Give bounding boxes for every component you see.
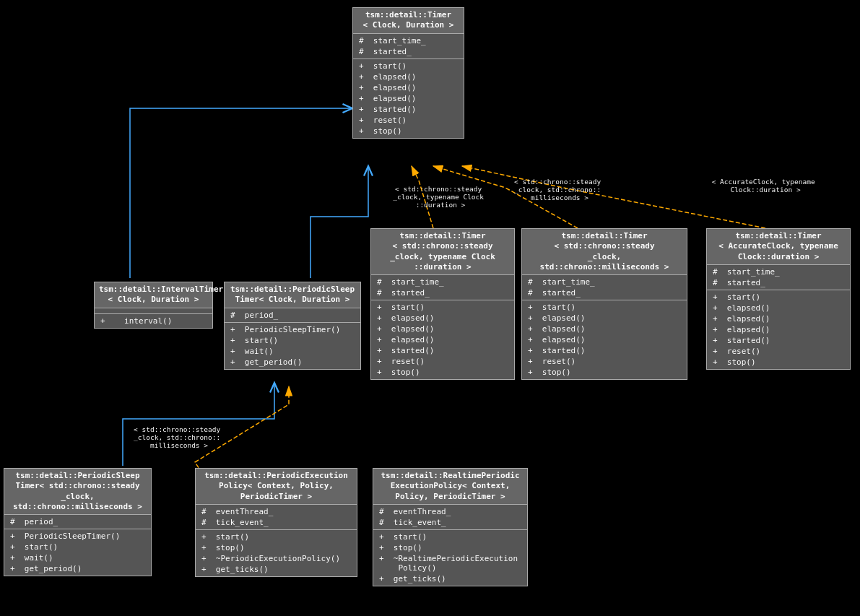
periodic-sleep-timer-steady-ms-methods: + PeriodicSleepTimer() + start() + wait(… (4, 529, 151, 576)
periodic-sleep-timer-generic-box: tsm::detail::PeriodicSleepTimer< Clock, … (224, 282, 361, 370)
interval-timer-title: tsm::detail::IntervalTimer< Clock, Durat… (95, 282, 212, 308)
svg-text:< AccurateClock, typename
    : < AccurateClock, typename Clock::duratio… (712, 178, 820, 194)
realtime-periodic-execution-title: tsm::detail::RealtimePeriodicExecutionPo… (373, 469, 527, 505)
periodic-sleep-timer-steady-ms-box: tsm::detail::PeriodicSleepTimer< std::ch… (4, 468, 152, 576)
timer-steady-ms-title: tsm::detail::Timer< std::chrono::steady_… (522, 229, 687, 275)
periodic-execution-policy-title: tsm::detail::PeriodicExecutionPolicy< Co… (196, 469, 357, 505)
svg-text:< std::chrono::steady
    _clo: < std::chrono::steady _clock, std::chron… (134, 425, 225, 449)
timer-generic-box: tsm::detail::Timer< Clock, Duration > # … (352, 7, 464, 139)
realtime-periodic-execution-box: tsm::detail::RealtimePeriodicExecutionPo… (373, 468, 528, 586)
timer-generic-methods: + start() + elapsed() + elapsed() + elap… (353, 59, 464, 138)
realtime-periodic-execution-methods: + start() + stop() + ~RealtimePeriodicEx… (373, 530, 527, 586)
realtime-periodic-execution-fields: # eventThread_ # tick_event_ (373, 505, 527, 530)
periodic-execution-policy-methods: + start() + stop() + ~PeriodicExecutionP… (196, 530, 357, 576)
timer-steady-clock-box: tsm::detail::Timer< std::chrono::steady_… (370, 228, 515, 380)
timer-generic-fields: # start_time_ # started_ (353, 34, 464, 59)
periodic-sleep-timer-steady-ms-fields: # period_ (4, 515, 151, 529)
svg-text:< std::chrono::steady
    _clo: < std::chrono::steady _clock, std::chron… (514, 178, 605, 201)
interval-timer-box: tsm::detail::IntervalTimer< Clock, Durat… (94, 282, 213, 329)
periodic-execution-policy-box: tsm::detail::PeriodicExecutionPolicy< Co… (195, 468, 357, 577)
timer-steady-clock-methods: + start() + elapsed() + elapsed() + elap… (371, 300, 514, 379)
periodic-execution-policy-fields: # eventThread_ # tick_event_ (196, 505, 357, 530)
periodic-sleep-timer-generic-title: tsm::detail::PeriodicSleepTimer< Clock, … (225, 282, 360, 308)
timer-steady-clock-title: tsm::detail::Timer< std::chrono::steady_… (371, 229, 514, 275)
timer-steady-clock-fields: # start_time_ # started_ (371, 275, 514, 300)
interval-timer-fields (95, 308, 212, 314)
timer-steady-ms-methods: + start() + elapsed() + elapsed() + elap… (522, 300, 687, 379)
timer-accurate-fields: # start_time_ # started_ (707, 265, 850, 290)
periodic-sleep-timer-generic-fields: # period_ (225, 308, 360, 323)
timer-accurate-methods: + start() + elapsed() + elapsed() + elap… (707, 290, 850, 369)
timer-accurate-title: tsm::detail::Timer< AccurateClock, typen… (707, 229, 850, 265)
periodic-sleep-timer-steady-ms-title: tsm::detail::PeriodicSleepTimer< std::ch… (4, 469, 151, 515)
timer-steady-ms-fields: # start_time_ # started_ (522, 275, 687, 300)
svg-text:< std::chrono::steady
    _clo: < std::chrono::steady _clock, typename C… (393, 185, 488, 209)
periodic-sleep-timer-generic-methods: + PeriodicSleepTimer() + start() + wait(… (225, 323, 360, 369)
interval-timer-methods: + interval() (95, 314, 212, 328)
timer-generic-title: tsm::detail::Timer< Clock, Duration > (353, 8, 464, 34)
timer-accurate-box: tsm::detail::Timer< AccurateClock, typen… (706, 228, 851, 370)
timer-steady-ms-box: tsm::detail::Timer< std::chrono::steady_… (521, 228, 687, 380)
